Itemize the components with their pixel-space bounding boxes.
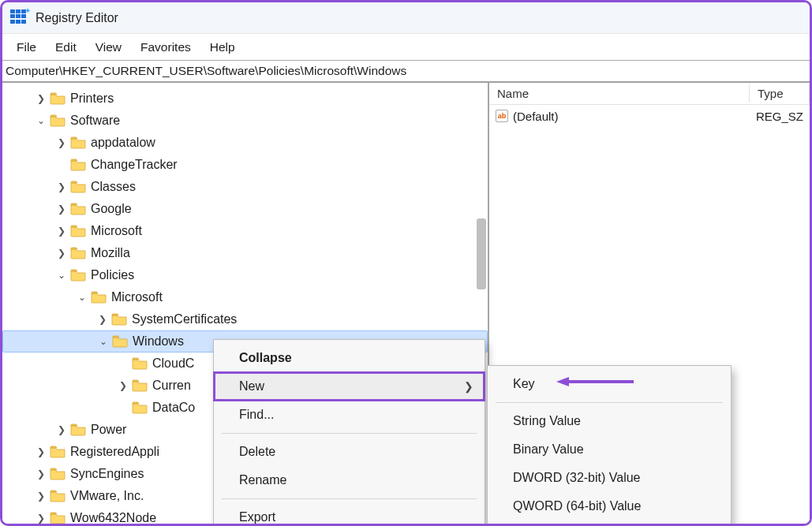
- menu-edit[interactable]: Edit: [46, 37, 86, 58]
- tree-item[interactable]: ⌄Software: [2, 110, 488, 132]
- tree-label: DataCo: [152, 401, 195, 415]
- column-name[interactable]: Name: [489, 84, 750, 103]
- tree-item[interactable]: ⌄Microsoft: [2, 286, 488, 308]
- folder-icon: [70, 159, 86, 171]
- tree-toggle-icon[interactable]: ⌄: [75, 292, 89, 303]
- tree-label: appdatalow: [91, 136, 155, 150]
- value-type: REG_SZ: [750, 108, 810, 125]
- address-text: Computer\HKEY_CURRENT_USER\Software\Poli…: [6, 64, 406, 78]
- context-item-delete[interactable]: Delete: [214, 438, 485, 466]
- list-header: Name Type: [489, 83, 810, 105]
- menubar: File Edit View Favorites Help: [2, 34, 810, 61]
- context-item-export[interactable]: Export: [214, 503, 485, 526]
- context-menu: CollapseNew❯Find...DeleteRenameExport: [213, 339, 485, 526]
- value-name: (Default): [513, 110, 559, 123]
- tree-toggle-icon[interactable]: ❯: [34, 446, 48, 457]
- folder-icon: [70, 247, 86, 259]
- tree-label: Classes: [91, 180, 136, 194]
- tree-item[interactable]: ⌄Policies: [2, 264, 488, 286]
- tree-toggle-icon: ·: [116, 358, 130, 369]
- menu-favorites[interactable]: Favorites: [131, 37, 200, 58]
- context-item-collapse[interactable]: Collapse: [214, 344, 485, 372]
- tree-label: ChangeTracker: [91, 158, 178, 172]
- tree-item[interactable]: ❯Classes: [2, 176, 488, 198]
- window-title: Registry Editor: [36, 11, 118, 25]
- tree-toggle-icon[interactable]: ❯: [34, 93, 48, 104]
- menu-file[interactable]: File: [7, 37, 46, 58]
- tree-item[interactable]: ❯Printers: [2, 88, 488, 110]
- menu-help[interactable]: Help: [200, 37, 245, 58]
- tree-label: RegisteredAppli: [70, 445, 159, 459]
- address-bar[interactable]: Computer\HKEY_CURRENT_USER\Software\Poli…: [2, 61, 810, 83]
- tree-toggle-icon[interactable]: ❯: [54, 248, 69, 259]
- context-submenu-new: KeyString ValueBinary ValueDWORD (32-bit…: [487, 365, 732, 525]
- tree-toggle-icon[interactable]: ❯: [54, 181, 69, 192]
- folder-icon: [132, 379, 148, 392]
- tree-label: VMware, Inc.: [70, 489, 144, 503]
- tree-item[interactable]: ❯Google: [2, 198, 488, 220]
- titlebar: ✦ Registry Editor: [2, 2, 810, 34]
- folder-icon: [50, 92, 65, 105]
- tree-toggle-icon: ·: [116, 402, 130, 413]
- tree-label: SyncEngines: [70, 467, 144, 481]
- scrollbar-thumb[interactable]: [477, 218, 486, 289]
- menu-view[interactable]: View: [86, 37, 131, 58]
- context-item-rename[interactable]: Rename: [214, 466, 485, 494]
- tree-label: Software: [70, 114, 120, 128]
- context-item-key[interactable]: Key: [488, 370, 731, 398]
- folder-icon: [70, 181, 86, 193]
- tree-toggle-icon[interactable]: ❯: [34, 513, 48, 524]
- folder-icon: [132, 357, 148, 370]
- menu-separator: [222, 433, 477, 434]
- tree-label: CloudC: [152, 356, 194, 371]
- folder-icon: [111, 313, 127, 326]
- tree-toggle-icon[interactable]: ❯: [95, 314, 110, 325]
- tree-label: Policies: [91, 268, 134, 282]
- tree-toggle-icon[interactable]: ⌄: [96, 336, 110, 347]
- tree-toggle-icon: ·: [54, 159, 69, 170]
- folder-icon: [50, 468, 65, 480]
- folder-icon: [70, 203, 86, 215]
- column-type[interactable]: Type: [750, 84, 810, 103]
- tree-label: Windows: [133, 334, 184, 349]
- tree-label: Mozilla: [91, 246, 130, 260]
- context-item-string-value[interactable]: String Value: [488, 407, 731, 435]
- tree-item[interactable]: ❯SystemCertificates: [2, 308, 488, 330]
- folder-icon: [70, 269, 86, 282]
- tree-toggle-icon[interactable]: ❯: [54, 424, 69, 435]
- tree-item[interactable]: ·ChangeTracker: [2, 154, 488, 176]
- tree-item[interactable]: ❯Microsoft: [2, 220, 488, 242]
- tree-label: Google: [91, 202, 132, 216]
- folder-icon: [91, 291, 107, 304]
- list-row[interactable]: (Default) REG_SZ: [489, 105, 810, 127]
- menu-separator: [222, 498, 477, 499]
- tree-toggle-icon[interactable]: ❯: [34, 491, 48, 502]
- context-item-dword-32-bit-value[interactable]: DWORD (32-bit) Value: [488, 464, 731, 492]
- tree-label: Microsoft: [91, 224, 142, 238]
- context-item-find[interactable]: Find...: [214, 401, 485, 429]
- context-item-qword-64-bit-value[interactable]: QWORD (64-bit) Value: [488, 492, 731, 520]
- folder-icon: [50, 446, 65, 458]
- tree-toggle-icon[interactable]: ❯: [54, 226, 69, 237]
- tree-toggle-icon[interactable]: ⌄: [34, 115, 48, 126]
- tree-label: Printers: [70, 91, 114, 106]
- content-area: ❯Printers⌄Software❯appdatalow·ChangeTrac…: [2, 83, 810, 524]
- tree-toggle-icon[interactable]: ❯: [54, 137, 69, 148]
- tree-toggle-icon[interactable]: ❯: [116, 380, 130, 391]
- tree-label: SystemCertificates: [132, 312, 237, 326]
- tree-label: Microsoft: [111, 290, 163, 304]
- folder-icon: [70, 225, 86, 237]
- tree-toggle-icon[interactable]: ⌄: [54, 270, 69, 281]
- tree-toggle-icon[interactable]: ❯: [34, 468, 48, 479]
- folder-icon: [132, 401, 148, 414]
- tree-label: Power: [91, 423, 126, 437]
- tree-item[interactable]: ❯Mozilla: [2, 242, 488, 264]
- tree-toggle-icon[interactable]: ❯: [54, 203, 69, 215]
- folder-icon: [50, 512, 65, 524]
- menu-separator: [496, 402, 723, 403]
- tree-item[interactable]: ❯appdatalow: [2, 132, 488, 154]
- folder-icon: [70, 423, 86, 436]
- context-item-binary-value[interactable]: Binary Value: [488, 435, 731, 464]
- regedit-icon: ✦: [10, 9, 28, 27]
- context-item-new[interactable]: New❯: [214, 372, 485, 401]
